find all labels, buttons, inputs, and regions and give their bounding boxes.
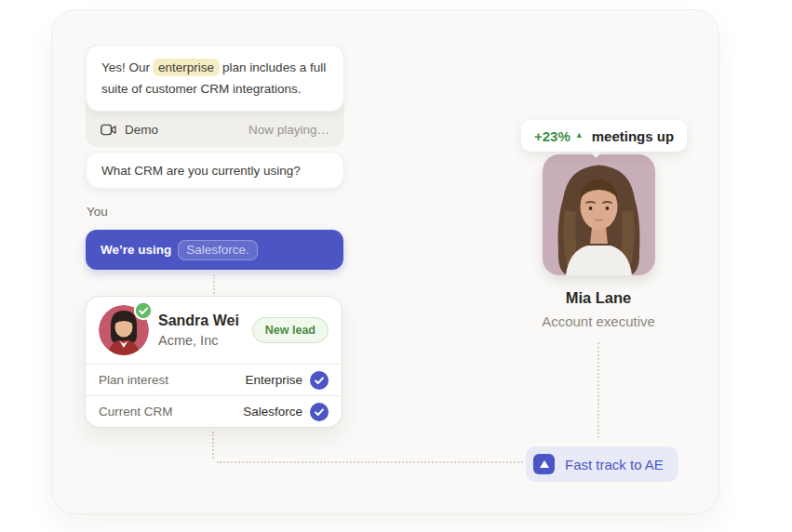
fast-track-label: Fast track to AE xyxy=(565,457,664,472)
lead-card-header: Sandra Wei Acme, Inc New lead xyxy=(86,297,342,364)
check-circle-icon xyxy=(310,371,329,390)
lead-card: Sandra Wei Acme, Inc New lead Plan inter… xyxy=(85,296,342,428)
connector-card-to-button xyxy=(217,461,523,463)
message-text: We’re using xyxy=(101,243,171,257)
bot-message-crm-question: What CRM are you currently using? xyxy=(86,152,344,189)
meetings-up-badge: +23% ▲ meetings up xyxy=(521,120,687,152)
demo-label: Demo xyxy=(125,123,158,137)
lead-row-plan-interest: Plan interest Enterprise xyxy=(86,364,342,395)
video-camera-icon xyxy=(101,124,116,136)
fast-track-button[interactable]: Fast track to AE xyxy=(526,446,678,482)
salesforce-token: Salesforce. xyxy=(178,240,258,260)
triangle-up-icon xyxy=(533,454,555,474)
message-text: Yes! Our xyxy=(101,60,150,74)
lead-identity: Sandra Wei Acme, Inc xyxy=(158,313,239,348)
now-playing-status: Now playing… xyxy=(248,123,329,137)
sender-label: You xyxy=(87,205,108,219)
ae-name: Mia Lane xyxy=(524,289,673,307)
connector-bubble-to-card xyxy=(213,274,215,294)
check-circle-icon xyxy=(310,403,329,421)
metric-label: meetings up xyxy=(592,128,674,144)
row-value: Enterprise xyxy=(245,373,302,387)
metric-delta: +23% xyxy=(534,128,571,144)
lead-name: Sandra Wei xyxy=(158,313,239,329)
bot-message-suite: Yes! Ourenterpriseplan includes a full s… xyxy=(86,45,344,112)
verified-check-icon xyxy=(133,300,154,321)
row-value: Salesforce xyxy=(243,405,302,419)
highlight-enterprise: enterprise xyxy=(153,59,220,76)
row-label: Plan interest xyxy=(99,373,168,387)
marketing-demo-canvas: Yes! Ourenterpriseplan includes a full s… xyxy=(0,0,792,532)
lead-company: Acme, Inc xyxy=(158,333,239,348)
mia-portrait-image xyxy=(543,154,655,275)
user-message: We’re using Salesforce. xyxy=(86,230,343,270)
connector-ae-to-button xyxy=(597,342,599,438)
lead-avatar xyxy=(99,305,149,355)
new-lead-badge: New lead xyxy=(252,317,329,343)
message-text: What CRM are you currently using? xyxy=(101,160,301,181)
demo-player-bar[interactable]: Demo Now playing… xyxy=(86,112,344,147)
demo-widget: Yes! Ourenterpriseplan includes a full s… xyxy=(86,45,344,147)
ae-role: Account executive xyxy=(505,313,691,329)
ae-photo xyxy=(543,154,655,275)
row-label: Current CRM xyxy=(99,405,173,419)
connector-card-down xyxy=(212,432,214,459)
trend-up-icon: ▲ xyxy=(575,131,584,140)
lead-row-current-crm: Current CRM Salesforce xyxy=(86,395,342,427)
